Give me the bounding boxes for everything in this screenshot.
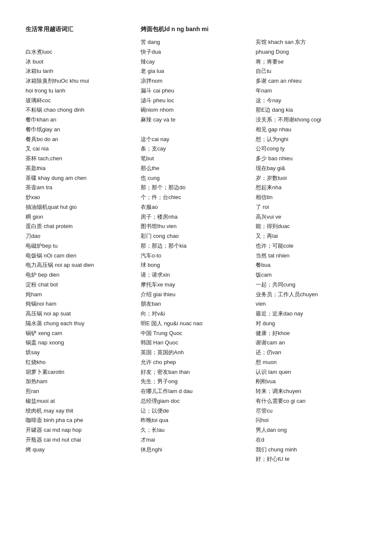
main-content: 生活常用越语词汇 白水煮luoc冰 buot冰箱tu lanh冰箱除臭剂thuO… bbox=[26, 26, 366, 464]
entry-0-23: 电力高压锅 noi ap suat dien bbox=[26, 260, 136, 270]
entry-1-9 bbox=[141, 125, 251, 135]
entry-1-34: 好友；密友ban than bbox=[141, 367, 251, 377]
entry-2-2: 将；将要se bbox=[256, 57, 366, 67]
entry-0-24: 电炉 bep dien bbox=[26, 270, 136, 280]
entry-0-16: 炒xao bbox=[26, 193, 136, 202]
entry-0-17: 抽油烟机quat hut gio bbox=[26, 202, 136, 212]
entry-2-26: 业务员；工作人员chuyen bbox=[256, 290, 366, 300]
entry-0-18: 稠 gion bbox=[26, 212, 136, 222]
entry-0-41: 开瓶器 cai md nut chai bbox=[26, 435, 136, 445]
entry-0-39: 咖啡壶 binh pha ca phe bbox=[26, 416, 136, 425]
entry-2-3: 自己tu bbox=[256, 66, 366, 76]
entry-2-28: 最近；近来dao nay bbox=[256, 309, 366, 319]
entry-1-24: 请；请求xin bbox=[141, 270, 251, 280]
entry-2-25: 一起；共同cung bbox=[256, 280, 366, 290]
entry-2-15: 想起来nha bbox=[256, 183, 366, 193]
entry-0-33: 红烧kho bbox=[26, 358, 136, 367]
col-header-0: 生活常用越语词汇 bbox=[26, 26, 136, 34]
entry-0-25: 淀粉 chat bot bbox=[26, 280, 136, 290]
entry-2-4: 多谢 cam an nhieu bbox=[256, 76, 366, 86]
entry-2-22: 当然 tat nhien bbox=[256, 251, 366, 261]
entry-0-10: 餐具bo do an bbox=[26, 135, 136, 145]
entry-0-38: 绞肉机 may xay thit bbox=[26, 406, 136, 416]
entry-2-5: 年nam bbox=[256, 86, 366, 96]
entry-1-19: 图书馆thu vien bbox=[141, 222, 251, 231]
entry-1-31: 韩国 Han Quoc bbox=[141, 338, 251, 348]
entry-1-4: 凉拌nom bbox=[141, 76, 251, 86]
entry-0-4: 冰箱除臭剂thuOc khu mui bbox=[26, 76, 136, 86]
entry-1-30: 中国 Trung Quoc bbox=[141, 329, 251, 338]
entry-2-12: 多少 bao nhieu bbox=[256, 154, 366, 164]
entry-0-37: 椒盐muoi at bbox=[26, 396, 136, 406]
entry-2-37: 有什么需要co gi can bbox=[256, 396, 366, 406]
entry-2-6: 这；今nay bbox=[256, 96, 366, 106]
entry-1-41: 才mai bbox=[141, 435, 251, 445]
entry-2-34: 认识 lam quen bbox=[256, 367, 366, 377]
entry-1-37: 总经理giam doc bbox=[141, 396, 251, 406]
entry-0-30: 锅铲 xeng cam bbox=[26, 329, 136, 338]
entry-1-29: 明E 国人 ngu&i nuac nao bbox=[141, 319, 251, 329]
entry-0-34: 胡萝卜素carotin bbox=[26, 367, 136, 377]
entry-0-5: hoi trong tu lanh bbox=[26, 86, 136, 96]
entry-0-1: 白水煮luoc bbox=[26, 47, 136, 57]
entry-2-16: 相信tin bbox=[256, 193, 366, 202]
entry-0-13: 茶匙thia bbox=[26, 164, 136, 173]
entry-0-32: 烘say bbox=[26, 348, 136, 358]
entry-1-13: 那么the bbox=[141, 164, 251, 173]
entry-0-35: 加热ham bbox=[26, 377, 136, 387]
entry-2-20: 又；再lai bbox=[256, 231, 366, 241]
column-1: 烤面包机ld n ng banh mi苦 dang快子dua辣cay老 gia … bbox=[141, 26, 256, 454]
entry-1-21: 那；那边；那个kia bbox=[141, 241, 251, 251]
entry-1-27: 朋友ban bbox=[141, 299, 251, 309]
entry-1-8: 麻辣 cay va te bbox=[141, 115, 251, 125]
entry-2-7: 那E边 dang kia bbox=[256, 105, 366, 115]
entry-0-6: 玻璃杯coc bbox=[26, 96, 136, 106]
entry-0-27: 炖锅noi ham bbox=[26, 299, 136, 309]
entry-1-32: 英国；英国的Anh bbox=[141, 348, 251, 358]
entry-0-9: 餐巾纸giay an bbox=[26, 125, 136, 135]
entry-1-36: 在哪儿工作lam d dau bbox=[141, 387, 251, 396]
entry-1-6: 滤斗 pheu loc bbox=[141, 96, 251, 106]
entry-2-30: 健康；好khoe bbox=[256, 329, 366, 338]
entry-1-12: 笔but bbox=[141, 154, 251, 164]
entry-1-28: 向；对v&i bbox=[141, 309, 251, 319]
entry-2-14: 岁；岁数tuoi bbox=[256, 173, 366, 183]
entry-0-40: 开罐器 cai md nap hop bbox=[26, 425, 136, 435]
entry-1-7: 碗niom nhom bbox=[141, 105, 251, 115]
entry-0-31: 锅盖 nap xoong bbox=[26, 338, 136, 348]
entry-0-36: 煎ran bbox=[26, 387, 136, 396]
entry-0-20: 刀dao bbox=[26, 231, 136, 241]
entry-1-0: 苦 dang bbox=[141, 38, 251, 47]
entry-0-0 bbox=[26, 38, 136, 47]
col-header-2 bbox=[256, 26, 366, 34]
entry-1-38: 让；以便de bbox=[141, 406, 251, 416]
entry-0-22: 电饭锅 nOi cam dien bbox=[26, 251, 136, 261]
column-0: 生活常用越语词汇 白水煮luoc冰 buot冰箱tu lanh冰箱除臭剂thuO… bbox=[26, 26, 141, 454]
entry-2-10: 想；认为nghi bbox=[256, 135, 366, 145]
entry-1-22: 汽车o-to bbox=[141, 251, 251, 261]
entry-0-12: 茶杯 tach,chen bbox=[26, 154, 136, 164]
entry-1-39: 昨晚toi qua bbox=[141, 416, 251, 425]
entry-1-20: 彩门 cong chao bbox=[141, 231, 251, 241]
entry-2-35: 刚刚vua bbox=[256, 377, 366, 387]
entry-1-18: 房子；楼房nha bbox=[141, 212, 251, 222]
entry-2-33: 想 muon bbox=[256, 358, 366, 367]
entry-2-41: 在d bbox=[256, 435, 366, 445]
entry-0-15: 茶壶am tra bbox=[26, 183, 136, 193]
entry-1-23: 球 bong bbox=[141, 260, 251, 270]
entry-0-19: 蛋白质 chat protein bbox=[26, 222, 136, 231]
entry-2-38: 尽管cu bbox=[256, 406, 366, 416]
entry-2-11: 公司cong ty bbox=[256, 144, 366, 154]
entry-2-19: 能；得到duac bbox=[256, 222, 366, 231]
entry-2-43: 好；好心tU te bbox=[256, 454, 366, 464]
entry-2-31: 谢谢cam an bbox=[256, 338, 366, 348]
entry-2-32: 还；仍van bbox=[256, 348, 366, 358]
entry-1-33: 允许 cho phep bbox=[141, 358, 251, 367]
entry-2-0: 宾馆 khach san 东方 bbox=[256, 38, 366, 47]
entry-0-11: 叉 cai nia bbox=[26, 144, 136, 154]
entry-2-27: vien bbox=[256, 299, 366, 309]
entry-2-13: 现在bay gi& bbox=[256, 164, 366, 173]
entry-2-18: 高兴vui ve bbox=[256, 212, 366, 222]
entry-1-35: 先生；男子ong bbox=[141, 377, 251, 387]
entry-2-21: 也许；可能cole bbox=[256, 241, 366, 251]
